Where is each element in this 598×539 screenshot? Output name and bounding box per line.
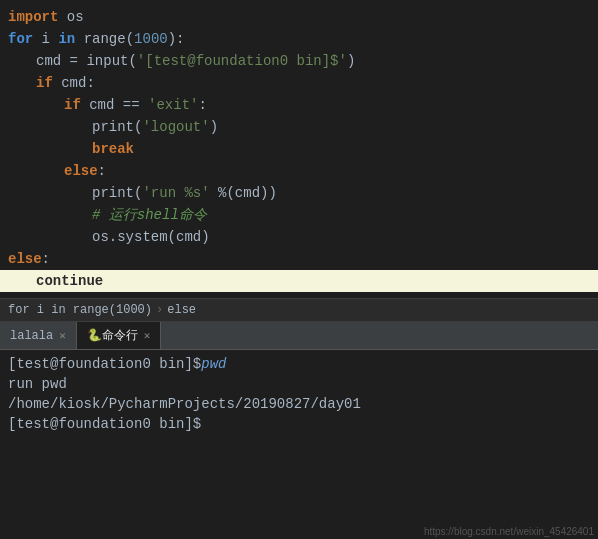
editor-container: import os for i in range ( 1000 ): cmd = xyxy=(0,0,598,539)
terminal-prompt-1: [test@foundation0 bin]$ xyxy=(8,356,201,372)
code-line-10: # 运行shell命令 xyxy=(0,204,598,226)
code-line-2: for i in range ( 1000 ): xyxy=(0,28,598,50)
tab-lalala[interactable]: lalala ✕ xyxy=(0,322,77,349)
tabs-bar: lalala ✕ 🐍命令行 ✕ xyxy=(0,322,598,350)
os-system: os.system(cmd) xyxy=(92,226,210,248)
func-range: range xyxy=(84,28,126,50)
terminal-output-1: run pwd xyxy=(8,376,67,392)
terminal-line-4: [test@foundation0 bin]$ xyxy=(8,414,590,434)
terminal-output-2: /home/kiosk/PycharmProjects/20190827/day… xyxy=(8,396,361,412)
keyword-if2: if xyxy=(64,94,81,116)
code-line-1: import os xyxy=(0,6,598,28)
code-line-13: continue xyxy=(0,270,598,292)
tab-python[interactable]: 🐍命令行 ✕ xyxy=(77,322,162,349)
keyword-in: in xyxy=(58,28,75,50)
code-line-7: break xyxy=(0,138,598,160)
keyword-else1: else xyxy=(64,160,98,182)
breadcrumb-sep: › xyxy=(156,303,163,317)
code-line-8: else : xyxy=(0,160,598,182)
code-line-4: if cmd: xyxy=(0,72,598,94)
terminal-prompt-2: [test@foundation0 bin]$ xyxy=(8,416,201,432)
func-input: input xyxy=(86,50,128,72)
code-line-9: print ( 'run %s' % (cmd)) xyxy=(0,182,598,204)
keyword-import: import xyxy=(8,6,58,28)
code-editor: import os for i in range ( 1000 ): cmd = xyxy=(0,0,598,298)
code-line-12: else : xyxy=(0,248,598,270)
terminal-line-3: /home/kiosk/PycharmProjects/20190827/day… xyxy=(8,394,590,414)
code-line-3: cmd = input ( '[test@foundation0 bin]$' … xyxy=(0,50,598,72)
number-1000: 1000 xyxy=(134,28,168,50)
tab-lalala-close[interactable]: ✕ xyxy=(59,329,66,342)
terminal-cmd-pwd: pwd xyxy=(201,356,226,372)
tab-python-close[interactable]: ✕ xyxy=(144,329,151,342)
module-os: os xyxy=(67,6,84,28)
tab-python-label: 🐍命令行 xyxy=(87,327,138,344)
keyword-for: for xyxy=(8,28,33,50)
keyword-else2: else xyxy=(8,248,42,270)
watermark: https://blog.csdn.net/weixin_45426401 xyxy=(424,526,594,537)
code-line-11: os.system(cmd) xyxy=(0,226,598,248)
code-line-5: if cmd == 'exit' : xyxy=(0,94,598,116)
terminal-line-2: run pwd xyxy=(8,374,590,394)
comment-shell: # 运行shell命令 xyxy=(92,204,207,226)
keyword-continue: continue xyxy=(36,270,103,292)
keyword-if1: if xyxy=(36,72,53,94)
func-print1: print xyxy=(92,116,134,138)
terminal-section: [test@foundation0 bin]$pwd run pwd /home… xyxy=(0,350,598,539)
terminal-line-1: [test@foundation0 bin]$pwd xyxy=(8,354,590,374)
code-block: import os for i in range ( 1000 ): cmd = xyxy=(0,4,598,294)
keyword-break: break xyxy=(92,138,134,160)
tab-lalala-label: lalala xyxy=(10,329,53,343)
string-run: 'run %s' xyxy=(142,182,209,204)
breadcrumb-part2: else xyxy=(167,303,196,317)
func-print2: print xyxy=(92,182,134,204)
var-cmd: cmd xyxy=(36,50,61,72)
breadcrumb-part1: for i in range(1000) xyxy=(8,303,152,317)
breadcrumb-bar: for i in range(1000) › else xyxy=(0,298,598,322)
string-prompt: '[test@foundation0 bin]$' xyxy=(137,50,347,72)
code-line-6: print ( 'logout' ) xyxy=(0,116,598,138)
string-logout: 'logout' xyxy=(142,116,209,138)
string-exit: 'exit' xyxy=(148,94,198,116)
